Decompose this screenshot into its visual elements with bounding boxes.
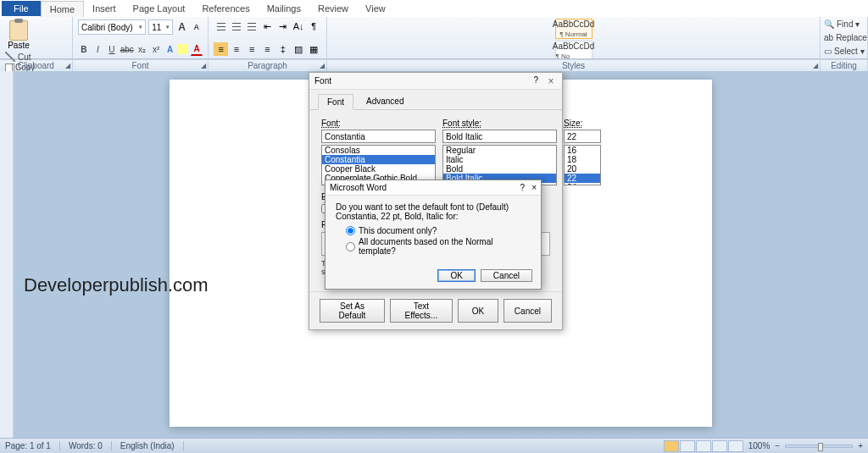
outline-view[interactable] xyxy=(712,440,727,452)
tab-review[interactable]: Review xyxy=(309,1,357,16)
list-item[interactable]: 20 xyxy=(565,164,600,174)
list-item[interactable]: Cooper Black xyxy=(322,164,435,174)
decrease-indent-button[interactable]: ⇤ xyxy=(260,19,275,33)
dialog-help-icon[interactable]: ? xyxy=(533,75,538,87)
text-effects-button[interactable]: A xyxy=(164,42,176,56)
list-item[interactable]: 22 xyxy=(565,174,600,183)
radio-all-documents[interactable]: All documents based on the Normal templa… xyxy=(346,237,531,256)
font-input[interactable] xyxy=(321,130,436,143)
sort-button[interactable]: A↓ xyxy=(291,19,305,33)
status-bar: Page: 1 of 1 Words: 0 English (India) 10… xyxy=(0,438,868,453)
align-left-button[interactable]: ≡ xyxy=(214,42,228,56)
full-screen-view[interactable] xyxy=(680,440,695,452)
borders-button[interactable]: ▦ xyxy=(307,42,321,56)
radio-this-document[interactable]: This document only? xyxy=(346,226,531,235)
style-normal[interactable]: AaBbCcDd¶ Normal xyxy=(555,19,593,39)
status-language[interactable]: English (India) xyxy=(120,441,184,450)
tab-references[interactable]: References xyxy=(193,1,258,16)
font-style-input[interactable] xyxy=(442,130,557,143)
confirm-title: Microsoft Word xyxy=(330,183,387,192)
font-ok-button[interactable]: OK xyxy=(458,299,498,323)
shading-button[interactable]: ▨ xyxy=(291,42,305,56)
chevron-down-icon: ▾ xyxy=(139,24,142,30)
close-icon[interactable]: × xyxy=(531,183,537,192)
confirm-help-icon[interactable]: ? xyxy=(520,183,526,192)
font-cancel-button[interactable]: Cancel xyxy=(504,299,552,323)
superscript-button[interactable]: x² xyxy=(150,42,162,56)
tab-view[interactable]: View xyxy=(357,1,394,16)
list-item[interactable]: Constantia xyxy=(322,155,435,164)
find-button[interactable]: 🔍 Find ▾ xyxy=(824,19,864,29)
font-name-value: Calibri (Body) xyxy=(81,23,133,32)
set-as-default-button[interactable]: Set As Default xyxy=(320,299,385,323)
bullets-button[interactable] xyxy=(214,19,228,33)
radio[interactable] xyxy=(346,242,355,251)
confirm-title-bar[interactable]: Microsoft Word ? × xyxy=(326,180,541,196)
status-words[interactable]: Words: 0 xyxy=(69,441,112,450)
list-item[interactable]: 18 xyxy=(565,155,600,164)
styles-launcher[interactable]: ◢ xyxy=(813,62,818,69)
zoom-slider[interactable] xyxy=(785,445,853,448)
line-spacing-button[interactable]: ‡ xyxy=(275,42,290,56)
grow-font-button[interactable]: A xyxy=(175,20,187,34)
dialog-tab-advanced[interactable]: Advanced xyxy=(357,93,413,109)
show-marks-button[interactable]: ¶ xyxy=(307,19,321,33)
dialog-tab-font[interactable]: Font xyxy=(318,94,353,110)
strike-button[interactable]: abc xyxy=(120,42,134,56)
underline-button[interactable]: U xyxy=(106,42,118,56)
tab-insert[interactable]: Insert xyxy=(84,1,125,16)
dialog-tabs: Font Advanced xyxy=(309,91,562,110)
align-right-button[interactable]: ≡ xyxy=(245,42,259,56)
zoom-in-button[interactable]: + xyxy=(858,441,863,450)
close-icon[interactable]: × xyxy=(545,75,557,87)
list-item[interactable]: 16 xyxy=(565,146,600,155)
vertical-ruler[interactable] xyxy=(0,71,14,438)
shrink-font-button[interactable]: A xyxy=(191,20,203,34)
align-center-button[interactable]: ≡ xyxy=(229,42,243,56)
justify-button[interactable]: ≡ xyxy=(260,42,275,56)
replace-button[interactable]: ab Replace xyxy=(824,33,864,42)
text-effects-button[interactable]: Text Effects... xyxy=(390,299,453,323)
font-name-select[interactable]: Calibri (Body)▾ xyxy=(78,19,146,35)
zoom-out-button[interactable]: − xyxy=(775,441,780,450)
print-layout-view[interactable] xyxy=(664,440,679,452)
font-size-list[interactable]: 16 18 20 22 24 xyxy=(564,145,601,185)
numbering-button[interactable] xyxy=(229,19,243,33)
radio[interactable] xyxy=(346,226,355,235)
font-size-select[interactable]: 11▾ xyxy=(148,19,173,35)
paragraph-launcher[interactable]: ◢ xyxy=(320,62,325,69)
list-item[interactable]: Regular xyxy=(443,146,556,155)
tab-page-layout[interactable]: Page Layout xyxy=(125,1,194,16)
style-label: ¶ Normal xyxy=(559,30,587,38)
font-color-button[interactable]: A xyxy=(191,42,203,56)
tab-home[interactable]: Home xyxy=(41,1,84,17)
zoom-thumb[interactable] xyxy=(818,443,823,451)
font-launcher[interactable]: ◢ xyxy=(201,62,206,69)
tab-mailings[interactable]: Mailings xyxy=(259,1,309,16)
select-button[interactable]: ▭ Select ▾ xyxy=(824,47,864,56)
status-page[interactable]: Page: 1 of 1 xyxy=(5,441,60,450)
highlight-button[interactable] xyxy=(178,44,188,54)
italic-button[interactable]: I xyxy=(92,42,104,56)
subscript-button[interactable]: x₂ xyxy=(136,42,148,56)
list-item[interactable]: Bold xyxy=(443,164,556,174)
increase-indent-button[interactable]: ⇥ xyxy=(275,19,290,33)
list-item[interactable]: Italic xyxy=(443,155,556,164)
font-group-label: Font xyxy=(131,61,148,70)
tab-file[interactable]: File xyxy=(2,1,41,16)
bold-button[interactable]: B xyxy=(78,42,90,56)
radio-label: All documents based on the Normal templa… xyxy=(359,237,531,256)
style-no-spacing[interactable]: AaBbCcDd¶ No Spacing xyxy=(555,41,593,58)
draft-view[interactable] xyxy=(728,440,743,452)
paste-button[interactable]: Paste xyxy=(5,19,32,50)
multilevel-button[interactable] xyxy=(245,19,259,33)
dialog-title-bar[interactable]: Font ? × xyxy=(309,73,562,90)
confirm-cancel-button[interactable]: Cancel xyxy=(481,269,532,282)
list-item[interactable]: 24 xyxy=(565,183,600,185)
clipboard-launcher[interactable]: ◢ xyxy=(65,62,70,69)
web-layout-view[interactable] xyxy=(696,440,711,452)
font-size-input[interactable] xyxy=(564,130,601,143)
confirm-ok-button[interactable]: OK xyxy=(437,269,475,282)
list-item[interactable]: Consolas xyxy=(322,146,435,155)
zoom-level[interactable]: 100% xyxy=(748,441,771,450)
